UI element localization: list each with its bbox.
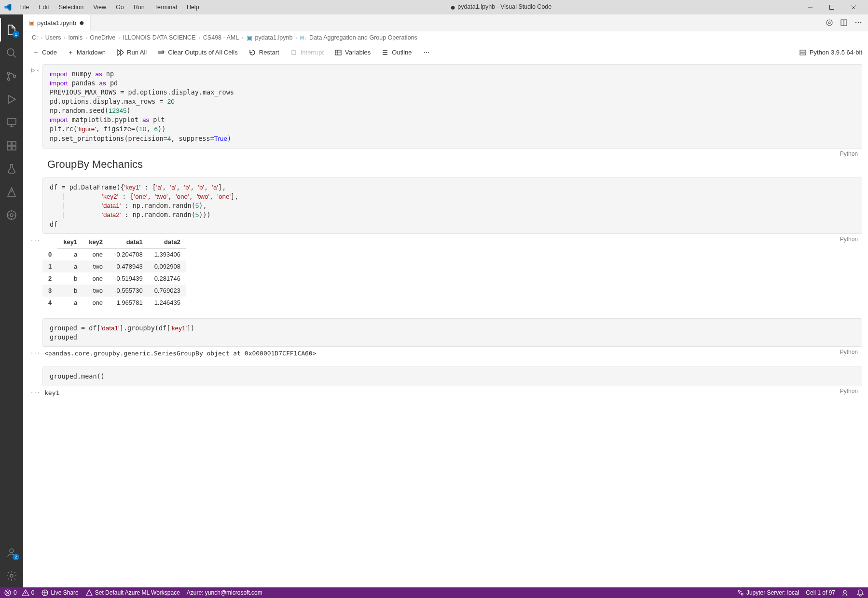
remote-explorer-icon[interactable]: [0, 111, 23, 134]
breadcrumb-item[interactable]: ILLONOIS DATA SCIENCE: [123, 34, 196, 41]
minimize-button[interactable]: [799, 0, 821, 14]
menu-go[interactable]: Go: [112, 2, 128, 13]
cell-output: ··· key1 key2 data1 data2 0aone-0.204708…: [42, 236, 862, 309]
svg-point-1: [7, 49, 14, 55]
breadcrumb-section[interactable]: Data Aggregation and Group Operations: [309, 34, 417, 41]
svg-rect-8: [12, 146, 16, 150]
svg-rect-6: [7, 141, 11, 145]
code-cell: grouped = df['data1'].groupby(df['key1']…: [29, 318, 862, 357]
menu-view[interactable]: View: [89, 2, 110, 13]
svg-rect-21: [335, 50, 341, 55]
svg-point-3: [8, 78, 10, 81]
activity-bar: 1 2: [0, 14, 23, 587]
table-row: 0aone-0.2047081.393406: [42, 248, 186, 260]
variables-button[interactable]: Variables: [331, 47, 374, 58]
live-share-status[interactable]: Live Share: [41, 589, 78, 597]
kernel-selector[interactable]: Python 3.9.5 64-bit: [810, 49, 862, 56]
menu-bar: File Edit Selection View Go Run Terminal…: [15, 2, 203, 13]
cell-output: ··· <pandas.core.groupby.generic.SeriesG…: [42, 349, 862, 357]
more-toolbar-icon[interactable]: [419, 47, 434, 58]
split-editor-icon[interactable]: [840, 19, 848, 27]
breadcrumb-item[interactable]: CS498 - AML: [203, 34, 239, 41]
column-header: data1: [109, 236, 149, 248]
explorer-icon[interactable]: 1: [0, 18, 23, 41]
breadcrumb-item[interactable]: C:: [32, 34, 38, 41]
menu-terminal[interactable]: Terminal: [151, 2, 181, 13]
svg-point-14: [827, 20, 832, 26]
code-input[interactable]: grouped.mean()Python: [42, 367, 862, 386]
gitlens-icon[interactable]: [0, 204, 23, 227]
svg-point-22: [424, 52, 425, 53]
customize-notebook-icon[interactable]: [826, 19, 833, 27]
breadcrumb-item[interactable]: Users: [45, 34, 61, 41]
table-row: 2bone-0.5194390.281746: [42, 272, 186, 285]
menu-edit[interactable]: Edit: [35, 2, 53, 13]
extensions-icon[interactable]: [0, 134, 23, 157]
restart-button[interactable]: Restart: [245, 47, 283, 58]
menu-help[interactable]: Help: [183, 2, 203, 13]
vscode-logo-icon: [4, 3, 12, 11]
markdown-cell-icon: M↓: [300, 35, 306, 41]
menu-file[interactable]: File: [15, 2, 33, 13]
column-header: key1: [57, 236, 83, 248]
maximize-button[interactable]: [821, 0, 842, 14]
cell-language-label[interactable]: Python: [840, 150, 858, 158]
problems-status[interactable]: 0 0: [4, 589, 34, 597]
notebook-file-icon: ▣: [247, 34, 252, 41]
svg-point-17: [855, 22, 857, 24]
add-code-button[interactable]: ＋Code: [29, 46, 61, 59]
search-icon[interactable]: [0, 41, 23, 65]
azure-workspace-status[interactable]: Set Default Azure ML Workspace: [85, 589, 180, 597]
accounts-icon[interactable]: 2: [0, 541, 23, 564]
chevron-down-icon[interactable]: ⌄: [36, 67, 40, 149]
menu-selection[interactable]: Selection: [55, 2, 87, 13]
azure-account-status[interactable]: Azure: yunch@microsoft.com: [187, 589, 262, 596]
azure-icon[interactable]: [0, 180, 23, 204]
notebook-toolbar: ＋Code ＋Markdown Run All Clear Outputs of…: [23, 44, 868, 61]
interrupt-button[interactable]: Interrupt: [286, 47, 328, 58]
jupyter-server-status[interactable]: Jupyter Server: local: [737, 589, 799, 597]
testing-icon[interactable]: [0, 157, 23, 180]
clear-outputs-button[interactable]: Clear Outputs of All Cells: [153, 47, 242, 58]
notifications-icon[interactable]: [856, 589, 864, 597]
markdown-cell[interactable]: GroupBy Mechanics: [29, 158, 862, 171]
notebook-file-icon: ▣: [29, 19, 34, 26]
menu-run[interactable]: Run: [130, 2, 149, 13]
breadcrumb-item[interactable]: lomis: [69, 34, 83, 41]
code-input[interactable]: grouped = df['data1'].groupby(df['key1']…: [42, 318, 862, 347]
source-control-icon[interactable]: [0, 65, 23, 88]
breadcrumb-item[interactable]: OneDrive: [90, 34, 115, 41]
svg-rect-9: [12, 141, 16, 145]
editor-tabs: ▣ pydata1.ipynb ●: [23, 14, 868, 31]
run-all-button[interactable]: Run All: [112, 47, 151, 58]
svg-point-11: [10, 214, 13, 217]
run-cell-icon[interactable]: ▷: [31, 67, 35, 149]
cell-position-status[interactable]: Cell 1 of 97: [806, 589, 835, 596]
editor-tab[interactable]: ▣ pydata1.ipynb ●: [23, 14, 91, 31]
outline-button[interactable]: Outline: [377, 47, 415, 58]
close-button[interactable]: [842, 0, 864, 14]
add-markdown-button[interactable]: ＋Markdown: [64, 46, 110, 59]
svg-point-4: [14, 75, 16, 78]
run-debug-icon[interactable]: [0, 88, 23, 111]
settings-gear-icon[interactable]: [0, 564, 23, 587]
svg-point-2: [8, 72, 10, 75]
svg-point-18: [858, 22, 859, 24]
table-row: 1atwo0.4789430.092908: [42, 260, 186, 272]
output-toggle-icon[interactable]: ···: [31, 236, 40, 245]
notebook-body[interactable]: ▷⌄ import numpy as np import pandas as p…: [23, 61, 868, 587]
table-row: 4aone1.9657811.246435: [42, 297, 186, 309]
more-actions-icon[interactable]: [854, 19, 862, 27]
feedback-icon[interactable]: [842, 589, 850, 597]
code-input[interactable]: df = pd.DataFrame({'key1' : ['a', 'a', '…: [42, 177, 862, 234]
output-toggle-icon[interactable]: ···: [31, 349, 40, 357]
svg-point-24: [428, 52, 429, 53]
code-cell: grouped.mean()Python ··· key1: [29, 367, 862, 396]
code-input[interactable]: import numpy as np import pandas as pd P…: [42, 64, 862, 149]
svg-point-13: [10, 574, 13, 577]
explorer-badge: 1: [13, 31, 19, 38]
output-toggle-icon[interactable]: ···: [31, 388, 40, 397]
svg-rect-7: [7, 146, 11, 150]
breadcrumb-file[interactable]: pydata1.ipynb: [255, 34, 293, 41]
tab-title: pydata1.ipynb: [37, 19, 76, 27]
